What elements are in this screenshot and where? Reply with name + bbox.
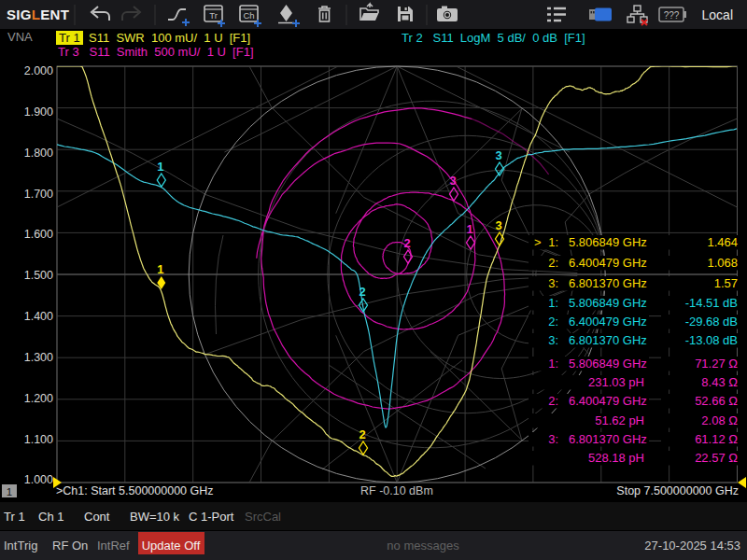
- svg-text:Tr 1: Tr 1: [4, 510, 25, 524]
- svg-text:2: 2: [403, 236, 410, 250]
- svg-text:2: 2: [359, 285, 365, 299]
- svg-text:1: 1: [157, 262, 163, 276]
- svg-text:>Ch1: Start 5.500000000 GHz: >Ch1: Start 5.500000000 GHz: [56, 484, 214, 497]
- svg-text:3: 3: [495, 218, 501, 232]
- svg-text:8.43 Ω: 8.43 Ω: [701, 375, 738, 389]
- svg-text:3: 3: [495, 148, 501, 162]
- svg-text:RF On: RF On: [52, 539, 88, 553]
- svg-text:1.400: 1.400: [24, 310, 53, 323]
- svg-text:Cont: Cont: [84, 510, 110, 524]
- svg-text:3:: 3:: [548, 432, 558, 446]
- svg-text:>: >: [534, 235, 542, 249]
- svg-text:5.806849 GHz: 5.806849 GHz: [569, 357, 647, 371]
- svg-text:2:: 2:: [548, 394, 558, 408]
- svg-text:3: 3: [449, 174, 456, 188]
- svg-text:1.700: 1.700: [24, 188, 53, 201]
- svg-text:6.801370 GHz: 6.801370 GHz: [569, 432, 647, 446]
- svg-text:3:: 3:: [548, 276, 558, 290]
- svg-text:1.900: 1.900: [24, 105, 53, 119]
- svg-text:BW=10 k: BW=10 k: [130, 510, 180, 524]
- svg-text:1.200: 1.200: [24, 392, 53, 405]
- svg-text:Tr 3 S11 Smith 500 mU/ 1: Tr 3 S11 Smith 500 mU/ 1 U [F1]: [58, 45, 254, 59]
- svg-text:Tr: Tr: [209, 10, 218, 21]
- svg-text:-14.51 dB: -14.51 dB: [685, 296, 738, 310]
- svg-text:IntRef: IntRef: [97, 539, 130, 553]
- svg-text:1:: 1:: [548, 235, 558, 249]
- svg-text:Ch 1: Ch 1: [38, 510, 63, 524]
- svg-text:SrcCal: SrcCal: [245, 510, 281, 524]
- svg-text:1: 1: [7, 486, 12, 497]
- svg-text:no messages: no messages: [387, 539, 459, 553]
- svg-text:VNA: VNA: [7, 30, 33, 44]
- svg-text:6.400479 GHz: 6.400479 GHz: [569, 394, 647, 408]
- svg-text:2.08 Ω: 2.08 Ω: [701, 413, 738, 427]
- svg-text:22.57 Ω: 22.57 Ω: [695, 451, 738, 465]
- svg-text:Update Off: Update Off: [142, 539, 201, 553]
- svg-text:3:: 3:: [548, 333, 558, 347]
- svg-text:1: 1: [157, 160, 163, 174]
- svg-text:2:: 2:: [548, 256, 558, 270]
- svg-text:-29.68 dB: -29.68 dB: [685, 315, 738, 329]
- svg-text:2.000: 2.000: [24, 64, 53, 77]
- svg-text:1.57: 1.57: [714, 276, 738, 290]
- svg-text:Ch: Ch: [243, 10, 254, 21]
- svg-text:SIGLENT: SIGLENT: [7, 7, 69, 22]
- svg-text:5.806849 GHz: 5.806849 GHz: [569, 296, 647, 310]
- svg-text:1:: 1:: [548, 296, 558, 310]
- svg-text:S11 SWR 100 mU/ 1 U [F1]: S11 SWR 100 mU/ 1 U [F1]: [89, 31, 250, 45]
- svg-text:1.600: 1.600: [24, 228, 53, 241]
- svg-text:Tr 2 S11 LogM 5 dB/ 0 dB: Tr 2 S11 LogM 5 dB/ 0 dB [F1]: [402, 31, 585, 45]
- svg-text:231.03 pH: 231.03 pH: [588, 375, 644, 389]
- svg-text:528.18 pH: 528.18 pH: [588, 451, 644, 465]
- svg-text:Tr 1: Tr 1: [59, 31, 80, 45]
- svg-text:1.800: 1.800: [24, 147, 53, 160]
- svg-text:-13.08 dB: -13.08 dB: [685, 333, 738, 347]
- svg-text:61.12 Ω: 61.12 Ω: [695, 432, 738, 446]
- svg-text:1.100: 1.100: [24, 433, 53, 446]
- svg-text:51.62 pH: 51.62 pH: [595, 413, 644, 427]
- svg-text:52.66 Ω: 52.66 Ω: [695, 394, 738, 408]
- svg-text:IntTrig: IntTrig: [4, 539, 37, 553]
- svg-text:27-10-2025 14:53: 27-10-2025 14:53: [644, 539, 740, 553]
- svg-text:6.801370 GHz: 6.801370 GHz: [569, 276, 647, 290]
- svg-text:???: ???: [664, 10, 680, 21]
- svg-text:RF -0.10 dBm: RF -0.10 dBm: [360, 484, 433, 497]
- svg-text:Local: Local: [702, 7, 733, 22]
- svg-text:5.806849 GHz: 5.806849 GHz: [569, 235, 647, 249]
- svg-text:6.801370 GHz: 6.801370 GHz: [569, 333, 647, 347]
- svg-text:1.000: 1.000: [24, 473, 53, 486]
- svg-text:1.464: 1.464: [707, 235, 738, 249]
- svg-text:71.27 Ω: 71.27 Ω: [695, 357, 738, 371]
- svg-text:2: 2: [359, 427, 365, 441]
- svg-text:1: 1: [466, 222, 472, 236]
- svg-text:6.400479 GHz: 6.400479 GHz: [569, 315, 647, 329]
- svg-text:1:: 1:: [548, 357, 558, 371]
- svg-text:Stop 7.500000000 GHz: Stop 7.500000000 GHz: [616, 484, 739, 497]
- svg-text:1.300: 1.300: [24, 351, 53, 364]
- svg-text:2:: 2:: [548, 315, 558, 329]
- svg-text:1.500: 1.500: [24, 269, 53, 282]
- svg-text:C 1-Port: C 1-Port: [189, 510, 234, 524]
- svg-text:6.400479 GHz: 6.400479 GHz: [569, 256, 647, 270]
- svg-text:1.068: 1.068: [707, 256, 738, 270]
